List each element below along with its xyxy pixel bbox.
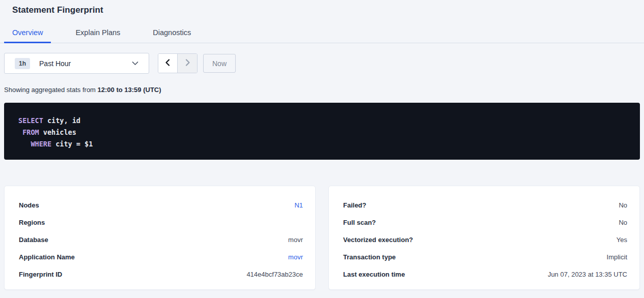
row-value: No bbox=[619, 219, 627, 226]
row-label: Database bbox=[19, 236, 48, 244]
sql-line: WHERE city = $1 bbox=[18, 138, 626, 150]
row-value: movr bbox=[288, 236, 303, 244]
tab-overview[interactable]: Overview bbox=[4, 24, 51, 43]
page-header: Statement Fingerprint bbox=[0, 0, 644, 15]
card-row: Vectorized execution?Yes bbox=[343, 231, 627, 248]
row-value-link[interactable]: movr bbox=[288, 253, 303, 261]
prev-range-button[interactable] bbox=[158, 54, 178, 73]
next-range-button[interactable] bbox=[178, 54, 197, 73]
stats-note-range: 12:00 to 13:59 (UTC) bbox=[98, 86, 161, 94]
tab-bar: OverviewExplain PlansDiagnostics bbox=[0, 24, 644, 43]
tab-diagnostics[interactable]: Diagnostics bbox=[145, 24, 199, 43]
row-label: Fingerprint ID bbox=[19, 271, 62, 278]
tab-explain-plans[interactable]: Explain Plans bbox=[67, 24, 128, 43]
time-range-badge: 1h bbox=[15, 58, 30, 69]
sql-text: vehicles bbox=[39, 128, 76, 136]
row-label: Nodes bbox=[19, 201, 39, 209]
row-label: Failed? bbox=[343, 201, 367, 209]
time-picker-controls: 1h Past Hour Now bbox=[4, 53, 640, 74]
statement-fingerprint-page: Statement Fingerprint OverviewExplain Pl… bbox=[0, 0, 644, 298]
chevron-left-icon bbox=[164, 58, 172, 69]
summary-card: NodesN1RegionsDatabasemovrApplication Na… bbox=[4, 186, 316, 290]
sql-keyword: FROM bbox=[22, 128, 39, 136]
sql-text: city = $1 bbox=[51, 140, 93, 148]
summary-cards: NodesN1RegionsDatabasemovrApplication Na… bbox=[4, 186, 640, 290]
card-row: Fingerprint ID414e4bcf73ab23ce bbox=[19, 265, 303, 283]
time-step-group bbox=[158, 53, 198, 73]
card-row: Databasemovr bbox=[19, 231, 303, 248]
row-label: Last execution time bbox=[343, 271, 405, 278]
row-value: Yes bbox=[617, 236, 627, 244]
chevron-down-icon bbox=[132, 61, 138, 66]
row-label: Full scan? bbox=[343, 219, 376, 226]
time-range-label: Past Hour bbox=[39, 59, 71, 68]
sql-code: SELECT city, id FROM vehicles WHERE city… bbox=[18, 115, 626, 150]
card-row: NodesN1 bbox=[19, 196, 303, 214]
summary-card: Failed?NoFull scan?NoVectorized executio… bbox=[328, 186, 640, 290]
sql-box: SELECT city, id FROM vehicles WHERE city… bbox=[4, 103, 640, 160]
row-value-link[interactable]: N1 bbox=[294, 201, 303, 209]
row-label: Application Name bbox=[19, 253, 75, 261]
card-row: Last execution timeJun 07, 2023 at 13:35… bbox=[343, 265, 627, 283]
stats-note-prefix: Showing aggregated stats from bbox=[4, 86, 98, 94]
sql-keyword: SELECT bbox=[18, 116, 43, 125]
row-value: 414e4bcf73ab23ce bbox=[246, 271, 303, 278]
row-value: Implicit bbox=[607, 253, 627, 261]
sql-text bbox=[18, 128, 22, 136]
card-row: Full scan?No bbox=[343, 214, 627, 231]
aggregated-stats-note: Showing aggregated stats from 12:00 to 1… bbox=[4, 86, 640, 94]
sql-keyword: WHERE bbox=[31, 140, 51, 148]
row-label: Transaction type bbox=[343, 253, 396, 261]
sql-text bbox=[18, 140, 31, 148]
sql-text: city, id bbox=[43, 116, 80, 125]
chevron-right-icon bbox=[183, 58, 191, 69]
now-button[interactable]: Now bbox=[203, 54, 236, 73]
card-row: Regions bbox=[19, 214, 303, 231]
sql-line: SELECT city, id bbox=[18, 115, 626, 127]
row-label: Vectorized execution? bbox=[343, 236, 413, 244]
row-value: No bbox=[619, 201, 627, 209]
row-label: Regions bbox=[19, 219, 45, 226]
page-title: Statement Fingerprint bbox=[12, 5, 632, 15]
card-row: Application Namemovr bbox=[19, 248, 303, 265]
time-range-dropdown[interactable]: 1h Past Hour bbox=[4, 53, 149, 74]
sql-line: FROM vehicles bbox=[18, 127, 626, 138]
card-row: Failed?No bbox=[343, 196, 627, 214]
card-row: Transaction typeImplicit bbox=[343, 248, 627, 265]
row-value: Jun 07, 2023 at 13:35 UTC bbox=[548, 271, 627, 278]
